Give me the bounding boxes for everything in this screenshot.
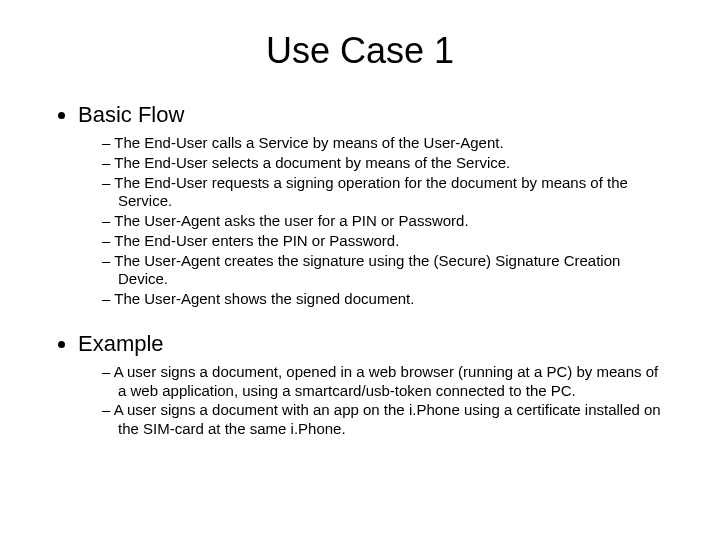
section-heading: Example A user signs a document, opened … — [78, 331, 670, 439]
list-item: The End-User selects a document by means… — [102, 154, 670, 173]
section-heading-text: Basic Flow — [78, 102, 184, 127]
sub-bullet-list: A user signs a document, opened in a web… — [78, 363, 670, 439]
list-item: A user signs a document, opened in a web… — [102, 363, 670, 401]
list-item: The User-Agent creates the signature usi… — [102, 252, 670, 290]
list-item: A user signs a document with an app on t… — [102, 401, 670, 439]
slide-title: Use Case 1 — [50, 30, 670, 72]
list-item: The End-User requests a signing operatio… — [102, 174, 670, 212]
list-item: The End-User enters the PIN or Password. — [102, 232, 670, 251]
list-item: The User-Agent shows the signed document… — [102, 290, 670, 309]
slide: Use Case 1 Basic Flow The End-User calls… — [0, 0, 720, 540]
list-item: The User-Agent asks the user for a PIN o… — [102, 212, 670, 231]
section-heading: Basic Flow The End-User calls a Service … — [78, 102, 670, 309]
section-heading-text: Example — [78, 331, 164, 356]
bullet-list: Basic Flow The End-User calls a Service … — [50, 102, 670, 439]
sub-bullet-list: The End-User calls a Service by means of… — [78, 134, 670, 309]
list-item: The End-User calls a Service by means of… — [102, 134, 670, 153]
